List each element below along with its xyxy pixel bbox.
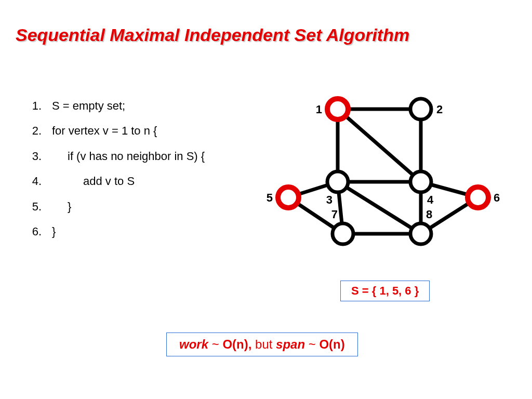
- algo-line: 3.if (v has no neighbor in S) {: [21, 144, 205, 169]
- work-value: O(n),: [222, 337, 251, 351]
- tilde-1: ~: [208, 337, 222, 351]
- line-text: }: [52, 194, 71, 219]
- node-label: 2: [436, 103, 443, 116]
- line-text: S = empty set;: [52, 94, 125, 118]
- node-label: 3: [326, 193, 332, 206]
- line-number: 1.: [21, 94, 52, 118]
- line-text: if (v has no neighbor in S) {: [52, 144, 205, 169]
- but-text: but: [251, 337, 276, 351]
- graph-node: [410, 99, 431, 119]
- line-number: 5.: [21, 194, 52, 219]
- algorithm-listing: 1.S = empty set;2.for vertex v = 1 to n …: [21, 94, 205, 244]
- result-set-box: S = { 1, 5, 6 }: [340, 281, 430, 301]
- line-text: add v to S: [52, 169, 135, 194]
- node-label: 1: [316, 103, 322, 116]
- algo-line: 1.S = empty set;: [21, 94, 205, 118]
- graph-edge: [338, 109, 421, 182]
- span-label: span: [276, 337, 305, 351]
- complexity-box: work ~ O(n), but span ~ O(n): [166, 332, 358, 356]
- line-number: 6.: [21, 219, 52, 244]
- work-label: work: [179, 337, 208, 351]
- graph-node: [327, 171, 348, 192]
- graph-node: [278, 187, 299, 208]
- graph-node: [410, 223, 431, 244]
- tilde-2: ~: [305, 337, 319, 351]
- graph-node: [327, 99, 348, 119]
- node-label: 5: [267, 191, 273, 204]
- algo-line: 6.}: [21, 219, 205, 244]
- graph-node: [410, 171, 431, 192]
- span-value: O(n): [319, 337, 344, 351]
- graph-node: [332, 223, 353, 244]
- line-number: 4.: [21, 169, 52, 194]
- algo-line: 5.}: [21, 194, 205, 219]
- algo-line: 4.add v to S: [21, 169, 205, 194]
- node-label: 4: [427, 193, 434, 206]
- line-number: 3.: [21, 144, 52, 169]
- line-text: for vertex v = 1 to n {: [52, 118, 157, 143]
- graph-node: [468, 187, 488, 208]
- node-label: 6: [494, 191, 500, 204]
- slide-title: Sequential Maximal Independent Set Algor…: [16, 25, 409, 45]
- node-label: 8: [426, 208, 432, 221]
- node-label: 7: [331, 208, 338, 221]
- line-number: 2.: [21, 118, 52, 143]
- algo-line: 2.for vertex v = 1 to n {: [21, 118, 205, 143]
- graph-diagram: 12345678: [260, 88, 520, 260]
- line-text: }: [52, 219, 56, 244]
